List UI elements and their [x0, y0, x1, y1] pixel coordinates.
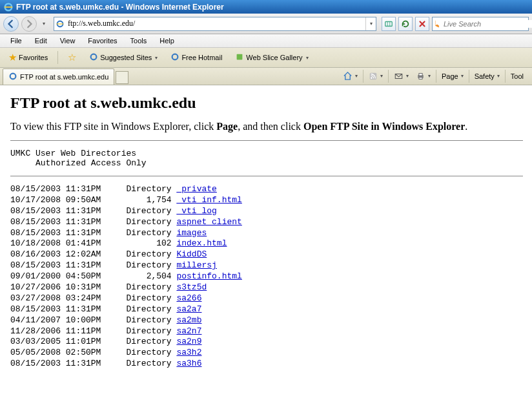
listing-row: 09/01/2000 04:50PM 2,504 postinfo.html: [10, 271, 523, 282]
web-slice-label: Web Slice Gallery: [246, 54, 302, 61]
tab-bar: FTP root at s.web.umkc.edu Page Safety T…: [0, 68, 532, 85]
listing-row: 08/15/2003 11:31PM Directory _private: [10, 184, 523, 195]
listing-link[interactable]: index.html: [176, 238, 227, 248]
free-hotmail-button[interactable]: Free Hotmail: [166, 50, 227, 65]
separator: [388, 70, 389, 83]
command-bar: Page Safety Tool: [340, 69, 529, 85]
listing-link[interactable]: aspnet_client: [176, 217, 241, 227]
search-input[interactable]: [442, 20, 532, 28]
refresh-button[interactable]: [398, 17, 413, 31]
safety-label: Safety: [475, 72, 495, 80]
svg-rect-2: [385, 21, 393, 26]
listing-link[interactable]: sa266: [176, 293, 201, 303]
separator: [505, 70, 506, 83]
window-title: FTP root at s.web.umkc.edu - Windows Int…: [16, 3, 224, 12]
favorites-button[interactable]: ★ Favorites: [4, 50, 52, 65]
separator: [469, 70, 469, 83]
listing-link[interactable]: sa3h6: [176, 359, 201, 368]
ie-small-icon: [89, 52, 98, 63]
tools-label: Tool: [511, 72, 524, 80]
safety-menu-button[interactable]: Safety: [471, 70, 503, 82]
listing-row: 08/15/2003 11:31PM Directory millersj: [10, 260, 523, 271]
listing-link[interactable]: sa2n9: [176, 337, 201, 346]
listing-link[interactable]: sa2a7: [176, 304, 201, 314]
ie-favicon-icon: [8, 72, 17, 82]
web-slice-icon: [235, 52, 244, 63]
listing-link[interactable]: millersj: [176, 260, 216, 270]
instruction-text: To view this FTP site in Windows Explore…: [10, 121, 523, 132]
listing-row: 08/15/2003 11:31PM Directory aspnet_clie…: [10, 217, 523, 228]
listing-row: 08/15/2003 11:31PM Directory _vti_log: [10, 206, 523, 217]
compat-view-button[interactable]: [382, 17, 396, 31]
free-hotmail-label: Free Hotmail: [181, 54, 222, 61]
listing-link[interactable]: images: [176, 228, 207, 238]
new-tab-button[interactable]: [116, 71, 128, 84]
listing-link[interactable]: sa3h2: [176, 348, 201, 357]
divider: [10, 140, 523, 141]
separator: [436, 70, 436, 83]
directory-listing: 08/15/2003 11:31PM Directory _private10/…: [10, 184, 523, 370]
listing-link[interactable]: _private: [176, 184, 216, 194]
listing-link[interactable]: _vti_log: [176, 206, 216, 216]
feeds-button[interactable]: [365, 70, 386, 83]
menu-file[interactable]: File: [4, 35, 28, 47]
listing-link[interactable]: sa2mb: [176, 315, 201, 325]
bing-icon: [433, 19, 442, 28]
address-input[interactable]: [66, 17, 365, 30]
server-banner: UMKC User Web Directories Authorized Acc…: [10, 149, 523, 168]
listing-link[interactable]: s3tz5d: [176, 282, 207, 292]
listing-row: 08/15/2003 11:31PM Directory sa3h6: [10, 359, 523, 370]
listing-link[interactable]: KiddDS: [176, 249, 207, 259]
listing-row: 10/17/2008 09:50AM 1,754 _vti_inf.html: [10, 195, 523, 206]
tab-active[interactable]: FTP root at s.web.umkc.edu: [3, 68, 114, 85]
favorites-bar: ★ Favorites ☆ Suggested Sites Free Hotma…: [0, 48, 532, 68]
menu-tools[interactable]: Tools: [124, 35, 154, 47]
stop-button[interactable]: [415, 17, 429, 31]
listing-link[interactable]: sa2n7: [176, 326, 201, 336]
fav-star-slot[interactable]: ☆: [63, 50, 81, 65]
separator: [363, 70, 363, 83]
listing-row: 08/15/2003 11:31PM Directory sa2a7: [10, 304, 523, 315]
svg-rect-11: [419, 73, 422, 76]
svg-point-8: [371, 77, 373, 79]
address-dropdown[interactable]: ▾: [365, 17, 376, 30]
ie-small-icon: [170, 52, 179, 63]
listing-row: 10/18/2008 01:41PM 102 index.html: [10, 238, 523, 249]
menu-favorites[interactable]: Favorites: [81, 35, 123, 47]
listing-row: 08/16/2003 12:02AM Directory KiddDS: [10, 249, 523, 260]
menu-help[interactable]: Help: [153, 35, 181, 47]
nav-history-dropdown[interactable]: ▾: [39, 17, 48, 30]
favorites-label: Favorites: [19, 54, 48, 61]
star-add-icon: ☆: [68, 52, 76, 63]
home-button[interactable]: [340, 69, 361, 83]
back-button[interactable]: [3, 16, 19, 32]
web-slice-button[interactable]: Web Slice Gallery: [230, 50, 312, 65]
listing-row: 08/15/2003 11:31PM Directory images: [10, 228, 523, 239]
search-box: [432, 17, 529, 31]
ie-favicon-icon: [54, 19, 66, 28]
listing-row: 04/11/2007 10:00PM Directory sa2mb: [10, 315, 523, 326]
listing-row: 03/03/2005 11:01PM Directory sa2n9: [10, 337, 523, 348]
suggested-sites-label: Suggested Sites: [100, 54, 152, 61]
svg-rect-5: [237, 54, 243, 60]
listing-link[interactable]: postinfo.html: [176, 271, 241, 281]
page-menu-button[interactable]: Page: [438, 70, 467, 82]
svg-point-6: [10, 74, 16, 79]
tools-menu-button[interactable]: Tool: [507, 70, 527, 82]
svg-point-4: [172, 54, 178, 60]
menu-edit[interactable]: Edit: [28, 35, 54, 47]
listing-row: 05/05/2008 02:50PM Directory sa3h2: [10, 348, 523, 359]
read-mail-button[interactable]: [391, 70, 412, 83]
separator: [57, 51, 58, 64]
listing-link[interactable]: _vti_inf.html: [176, 195, 241, 205]
divider: [10, 176, 523, 176]
listing-row: 03/27/2008 03:24PM Directory sa266: [10, 293, 523, 304]
menu-view[interactable]: View: [54, 35, 82, 47]
forward-button[interactable]: [21, 16, 37, 32]
print-button[interactable]: [413, 70, 434, 83]
page-label: Page: [442, 72, 458, 80]
page-heading: FTP root at s.web.umkc.edu: [10, 94, 523, 112]
suggested-sites-button[interactable]: Suggested Sites: [85, 50, 162, 65]
listing-row: 10/27/2006 10:31PM Directory s3tz5d: [10, 282, 523, 293]
svg-rect-12: [419, 77, 422, 79]
